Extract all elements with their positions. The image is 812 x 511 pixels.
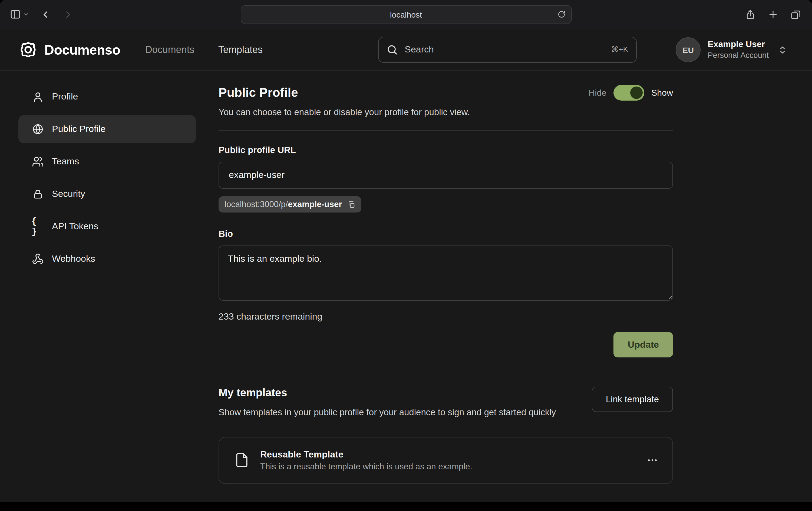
sidebar-item-label: Security <box>52 189 85 200</box>
profile-visibility-toggle[interactable] <box>613 85 644 100</box>
main-nav: Documents Templates <box>145 44 263 55</box>
user-menu[interactable]: EU Example User Personal Account <box>676 37 787 62</box>
globe-icon <box>31 123 44 135</box>
toolbar-chevron-down-icon[interactable] <box>23 11 29 17</box>
bio-field-label: Bio <box>219 229 673 239</box>
app-body: Profile Public Profile Teams <box>0 71 812 484</box>
braces-icon: { } <box>31 216 44 237</box>
profile-link-slug: example-user <box>288 200 342 209</box>
settings-sidebar: Profile Public Profile Teams <box>19 71 196 484</box>
template-list-item: Reusable Template This is a reusable tem… <box>219 437 673 484</box>
reload-icon[interactable] <box>557 10 566 19</box>
template-name: Reusable Template <box>260 449 472 460</box>
link-template-button[interactable]: Link template <box>592 387 673 412</box>
nav-templates[interactable]: Templates <box>218 44 263 55</box>
profile-link-prefix: localhost:3000/p/ <box>225 200 288 209</box>
hide-label: Hide <box>588 88 606 98</box>
browser-back-icon[interactable] <box>40 9 51 20</box>
my-templates-subtitle: Show templates in your public profile fo… <box>219 405 556 419</box>
nav-documents[interactable]: Documents <box>145 44 195 55</box>
public-profile-url-input[interactable] <box>219 162 673 189</box>
global-search: ⌘+K <box>378 37 637 63</box>
profile-link-badge[interactable]: localhost:3000/p/ example-user <box>219 196 361 212</box>
public-profile-settings: Public Profile Hide Show You can choose … <box>219 71 673 484</box>
window: localhost <box>0 0 812 511</box>
sidebar-item-label: Webhooks <box>52 253 95 264</box>
user-icon <box>31 91 44 103</box>
divider <box>219 130 673 131</box>
page-subtitle: You can choose to enable or disable your… <box>219 107 673 117</box>
browser-toolbar: localhost <box>0 0 812 29</box>
template-description: This is a reusable template which is use… <box>260 461 472 471</box>
sidebar-item-api-tokens[interactable]: { } API Tokens <box>19 212 196 241</box>
lock-icon <box>31 188 44 200</box>
documenso-logo-icon <box>19 40 38 59</box>
characters-remaining: 233 characters remaining <box>219 311 673 322</box>
sidebar-item-label: API Tokens <box>52 221 98 232</box>
app-header: Documenso Documents Templates ⌘+K EU Exa… <box>0 29 812 71</box>
sidebar-item-profile[interactable]: Profile <box>19 83 196 111</box>
user-account-type: Personal Account <box>707 50 769 61</box>
sidebar-item-security[interactable]: Security <box>19 180 196 208</box>
chevrons-up-down-icon <box>778 45 787 54</box>
sidebar-item-public-profile[interactable]: Public Profile <box>19 115 196 143</box>
my-templates-title: My templates <box>219 387 556 399</box>
users-icon <box>31 156 44 168</box>
webhook-icon <box>31 253 44 265</box>
copy-icon[interactable] <box>347 200 355 208</box>
sidebar-item-label: Profile <box>52 91 78 102</box>
search-icon <box>386 44 398 56</box>
brand[interactable]: Documenso <box>19 40 120 59</box>
browser-forward-icon[interactable] <box>63 9 74 20</box>
page-title: Public Profile <box>219 85 298 100</box>
update-button[interactable]: Update <box>614 332 673 357</box>
avatar: EU <box>676 37 701 62</box>
address-bar-url: localhost <box>390 10 422 19</box>
new-tab-icon[interactable] <box>767 9 779 20</box>
sidebar-item-label: Public Profile <box>52 124 106 134</box>
user-name: Example User <box>707 39 769 50</box>
sidebar-item-teams[interactable]: Teams <box>19 148 196 176</box>
brand-name: Documenso <box>45 42 120 58</box>
bio-textarea[interactable]: This is an example bio. <box>219 245 673 301</box>
search-shortcut: ⌘+K <box>611 45 628 54</box>
address-bar[interactable]: localhost <box>240 5 572 24</box>
share-icon[interactable] <box>745 9 756 20</box>
url-field-label: Public profile URL <box>219 145 673 155</box>
file-icon <box>233 452 251 469</box>
documenso-app: Documenso Documents Templates ⌘+K EU Exa… <box>0 29 812 502</box>
sidebar-item-label: Teams <box>52 156 79 167</box>
sidebar-item-webhooks[interactable]: Webhooks <box>19 245 196 273</box>
template-menu-ellipsis-icon[interactable] <box>646 454 658 466</box>
search-input[interactable] <box>378 37 637 63</box>
sidebar-toggle-icon[interactable] <box>10 9 21 20</box>
toggle-knob <box>630 87 643 99</box>
visibility-toggle-group: Hide Show <box>588 85 673 100</box>
show-label: Show <box>651 88 673 98</box>
tab-overview-icon[interactable] <box>790 9 801 20</box>
